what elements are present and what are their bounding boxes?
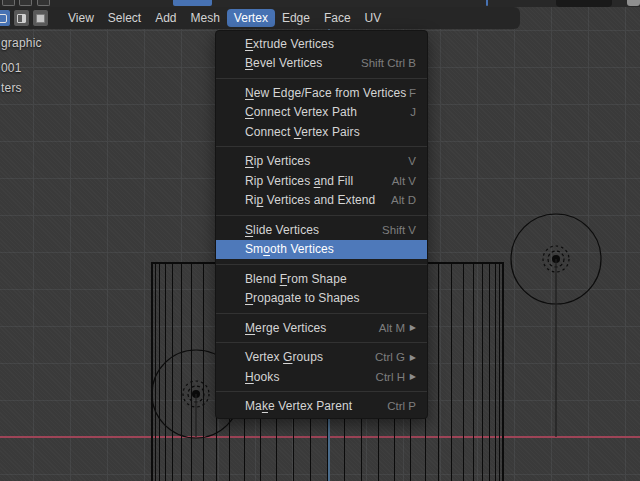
menu-separator (216, 264, 427, 265)
light-widget-stub[interactable] (627, 0, 640, 6)
menu-separator (216, 146, 427, 147)
menu-item-new-edge-face-from-vertices[interactable]: New Edge/Face from VerticesF (216, 83, 427, 103)
dark-widget-stub[interactable] (556, 0, 612, 7)
vertex-menu-dropdown: Extrude VerticesBevel VerticesShift Ctrl… (215, 30, 428, 419)
menu-face[interactable]: Face (317, 9, 358, 27)
menu-item-shortcut: Ctrl H (376, 371, 405, 383)
menu-separator (216, 313, 427, 314)
menu-item-make-vertex-parent[interactable]: Make Vertex ParentCtrl P (216, 397, 427, 417)
menu-item-label: New Edge/Face from Vertices (245, 86, 406, 100)
menu-item-hooks[interactable]: HooksCtrl H▶ (216, 367, 427, 387)
menu-view[interactable]: View (61, 9, 101, 27)
menu-item-bevel-vertices[interactable]: Bevel VerticesShift Ctrl B (216, 54, 427, 74)
menu-item-connect-vertex-pairs[interactable]: Connect Vertex Pairs (216, 122, 427, 142)
active-tool-button-stub[interactable] (173, 0, 212, 6)
menu-item-shortcut: F (409, 87, 416, 99)
menu-item-label: Connect Vertex Pairs (245, 125, 360, 139)
menu-item-label: Rip Vertices and Fill (245, 174, 353, 188)
topbar-strip (0, 0, 640, 7)
menu-separator (216, 391, 427, 392)
cylinder-edge (191, 262, 192, 481)
cylinder-edge (489, 262, 490, 481)
overlay-text-units: ters (1, 81, 22, 95)
menu-separator (216, 342, 427, 343)
menu-separator (216, 78, 427, 79)
menu-item-blend-from-shape[interactable]: Blend From Shape (216, 269, 427, 289)
menu-item-shortcut: Shift V (382, 224, 416, 236)
menu-item-label: Make Vertex Parent (245, 399, 352, 413)
overlay-text-perspective: graphic (1, 36, 42, 50)
menu-vertex[interactable]: Vertex (227, 9, 275, 27)
blue-tick-stub (486, 0, 488, 6)
cylinder-edge (203, 262, 204, 481)
menu-uv[interactable]: UV (358, 9, 389, 27)
face-select-mode-button[interactable] (32, 9, 49, 27)
menu-item-smooth-vertices[interactable]: Smooth Vertices (216, 240, 427, 260)
cylinder-edge (159, 262, 160, 481)
menu-edge[interactable]: Edge (275, 9, 317, 27)
menu-item-label: Smooth Vertices (245, 242, 334, 256)
menu-item-label: Rip Vertices (245, 154, 310, 168)
menu-item-shortcut: Alt M (379, 322, 405, 334)
menu-item-label: Slide Vertices (245, 223, 319, 237)
vertex-select-mode-button[interactable] (0, 9, 11, 27)
cylinder-edge (438, 262, 439, 481)
cylinder-edge (495, 262, 496, 481)
submenu-arrow-icon: ▶ (405, 318, 416, 338)
blender-window: graphic 001 ters ViewSelectAddMeshVertex… (0, 0, 640, 481)
cylinder-edge (181, 262, 182, 481)
menu-item-shortcut: J (410, 106, 416, 118)
menu-add[interactable]: Add (148, 9, 183, 27)
submenu-arrow-icon: ▶ (405, 348, 416, 368)
toolbar-icon-stub-3[interactable] (37, 0, 50, 6)
menu-item-label: Rip Vertices and Extend (245, 193, 375, 207)
cylinder-edge (451, 262, 452, 481)
cylinder-edge (502, 262, 504, 481)
menu-item-merge-vertices[interactable]: Merge VerticesAlt M▶ (216, 318, 427, 338)
menu-item-label: Hooks (245, 370, 280, 384)
menu-item-label: Merge Vertices (245, 321, 326, 335)
menu-item-propagate-to-shapes[interactable]: Propagate to Shapes (216, 289, 427, 309)
cylinder-edge (152, 262, 153, 481)
cylinder-edge (172, 262, 173, 481)
lamp-object[interactable] (511, 214, 601, 437)
menu-item-label: Bevel Vertices (245, 56, 322, 70)
edge-select-mode-button[interactable] (13, 9, 30, 27)
cylinder-edge (463, 262, 464, 481)
menu-item-label: Extrude Vertices (245, 37, 334, 51)
menu-separator (216, 215, 427, 216)
menu-select[interactable]: Select (101, 9, 148, 27)
cylinder-edge (482, 262, 483, 481)
x-axis-line (0, 436, 640, 438)
menu-item-shortcut: Shift Ctrl B (361, 57, 416, 69)
menu-item-label: Connect Vertex Path (245, 105, 357, 119)
face-select-icon (36, 14, 45, 23)
menu-item-extrude-vertices[interactable]: Extrude Vertices (216, 34, 427, 54)
vertex-select-icon (0, 14, 7, 23)
submenu-arrow-icon: ▶ (405, 367, 416, 387)
cylinder-edge (473, 262, 474, 481)
menu-item-label: Blend From Shape (245, 272, 347, 286)
menu-item-rip-vertices[interactable]: Rip VerticesV (216, 152, 427, 172)
cylinder-edge (155, 262, 156, 481)
menu-mesh[interactable]: Mesh (184, 9, 227, 27)
menu-item-shortcut: Alt D (391, 194, 416, 206)
toolbar-icon-stub-1[interactable] (2, 0, 15, 6)
toolbar-icon-stub-2[interactable] (19, 0, 32, 6)
menu-item-shortcut: Ctrl P (387, 400, 416, 412)
menu-item-label: Propagate to Shapes (245, 291, 360, 305)
cylinder-edge (165, 262, 166, 481)
viewport-header: ViewSelectAddMeshVertexEdgeFaceUV (0, 7, 520, 29)
menu-item-rip-vertices-and-extend[interactable]: Rip Vertices and ExtendAlt D (216, 191, 427, 211)
overlay-text-object: 001 (1, 61, 22, 75)
menu-item-shortcut: V (408, 155, 416, 167)
edge-select-icon (17, 14, 26, 23)
menu-item-rip-vertices-and-fill[interactable]: Rip Vertices and FillAlt V (216, 171, 427, 191)
menu-item-connect-vertex-path[interactable]: Connect Vertex PathJ (216, 103, 427, 123)
menu-item-shortcut: Ctrl G (375, 351, 405, 363)
cylinder-edge (499, 262, 500, 481)
header-menus: ViewSelectAddMeshVertexEdgeFaceUV (61, 9, 388, 27)
menu-item-label: Vertex Groups (245, 350, 323, 364)
menu-item-vertex-groups[interactable]: Vertex GroupsCtrl G▶ (216, 348, 427, 368)
menu-item-slide-vertices[interactable]: Slide VerticesShift V (216, 220, 427, 240)
